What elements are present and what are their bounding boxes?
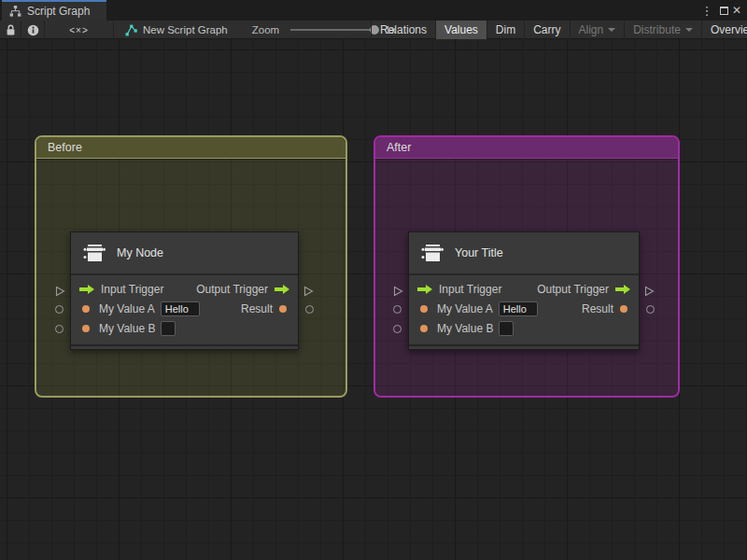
ghost-value-a-port[interactable] bbox=[393, 305, 402, 314]
port-row-value-b: My Value B bbox=[409, 318, 639, 338]
lock-button[interactable] bbox=[0, 21, 21, 39]
ghost-input-trigger-port[interactable] bbox=[55, 284, 65, 301]
group-title: After bbox=[387, 141, 411, 154]
graph-toolbar: <×> New Script Graph Zoom 1 bbox=[0, 21, 747, 39]
node-footer bbox=[409, 344, 639, 349]
port-row-value-a: My Value A Result bbox=[409, 299, 639, 318]
maximize-icon bbox=[720, 7, 728, 15]
ghost-output-trigger-port[interactable] bbox=[644, 284, 655, 301]
maximize-button[interactable] bbox=[720, 0, 728, 21]
group-before-header[interactable]: Before bbox=[36, 137, 345, 159]
graph-hierarchy-icon bbox=[9, 6, 21, 17]
port-row-trigger: Input Trigger Output Trigger bbox=[71, 279, 298, 299]
node-body: Input Trigger Output Trigger My Value A … bbox=[409, 275, 639, 344]
ghost-result-port[interactable] bbox=[646, 305, 655, 314]
ghost-value-b-port[interactable] bbox=[393, 325, 402, 333]
node-title: My Node bbox=[117, 246, 163, 259]
group-after-header[interactable]: After bbox=[375, 137, 678, 159]
ghost-input-trigger-port[interactable] bbox=[393, 284, 403, 301]
tab-title: Script Graph bbox=[27, 5, 90, 18]
value-a-input[interactable] bbox=[499, 301, 538, 316]
unit-box-icon bbox=[82, 241, 106, 265]
value-b-input[interactable] bbox=[161, 321, 176, 336]
node-footer bbox=[71, 344, 298, 349]
group-title: Before bbox=[48, 141, 82, 154]
node-your-title[interactable]: Your Title Input Trigger Output Trigger … bbox=[408, 231, 640, 350]
value-b-port[interactable] bbox=[420, 325, 428, 332]
value-a-port[interactable] bbox=[420, 305, 428, 313]
info-icon bbox=[27, 24, 39, 36]
output-trigger-port[interactable] bbox=[615, 285, 630, 294]
toolbar-toggle-group: Relations Values Dim Carry Align Distrib… bbox=[371, 21, 747, 39]
code-icon: <×> bbox=[69, 25, 89, 35]
distribute-dropdown[interactable]: Distribute bbox=[624, 21, 701, 39]
lock-icon bbox=[6, 24, 16, 36]
info-button[interactable] bbox=[21, 21, 45, 39]
new-script-graph-label: New Script Graph bbox=[143, 24, 228, 35]
node-my-node[interactable]: My Node Input Trigger Output Trigger My … bbox=[70, 231, 299, 350]
script-graph-asset-icon bbox=[125, 24, 137, 36]
zoom-slider[interactable] bbox=[290, 29, 376, 31]
value-a-port[interactable] bbox=[82, 305, 90, 313]
carry-button[interactable]: Carry bbox=[524, 21, 569, 39]
ghost-value-a-port[interactable] bbox=[55, 305, 63, 314]
script-graph-window: Script Graph ⋮ ✕ bbox=[0, 0, 747, 560]
dim-button[interactable]: Dim bbox=[486, 21, 524, 39]
window-menu-button[interactable]: ⋮ bbox=[700, 0, 713, 21]
kebab-icon: ⋮ bbox=[701, 4, 713, 18]
chevron-down-icon bbox=[608, 28, 615, 32]
align-dropdown[interactable]: Align bbox=[570, 21, 625, 39]
node-title: Your Title bbox=[455, 246, 503, 259]
ghost-result-port[interactable] bbox=[305, 305, 314, 314]
overview-button[interactable]: Overview bbox=[701, 21, 747, 39]
output-trigger-port[interactable] bbox=[275, 285, 289, 294]
code-view-button[interactable]: <×> bbox=[45, 21, 114, 39]
unit-box-icon bbox=[420, 241, 444, 265]
node-header[interactable]: Your Title bbox=[409, 232, 639, 275]
result-port[interactable] bbox=[279, 305, 287, 313]
ghost-output-trigger-port[interactable] bbox=[303, 284, 314, 301]
input-trigger-port[interactable] bbox=[79, 285, 94, 294]
port-row-trigger: Input Trigger Output Trigger bbox=[409, 279, 639, 299]
value-b-port[interactable] bbox=[82, 325, 90, 332]
values-button[interactable]: Values bbox=[435, 21, 486, 39]
tab-bar: Script Graph ⋮ ✕ bbox=[0, 0, 747, 21]
zoom-label: Zoom bbox=[252, 24, 279, 35]
relations-button[interactable]: Relations bbox=[371, 21, 435, 39]
close-button[interactable]: ✕ bbox=[730, 0, 743, 21]
chevron-down-icon bbox=[685, 28, 693, 32]
close-icon: ✕ bbox=[732, 4, 741, 17]
value-b-input[interactable] bbox=[499, 321, 514, 336]
value-a-input[interactable] bbox=[161, 301, 200, 316]
node-header[interactable]: My Node bbox=[71, 232, 298, 275]
node-body: Input Trigger Output Trigger My Value A … bbox=[71, 275, 298, 344]
input-trigger-port[interactable] bbox=[417, 285, 432, 294]
ghost-value-b-port[interactable] bbox=[55, 325, 63, 333]
tab-script-graph[interactable]: Script Graph bbox=[2, 0, 106, 21]
new-script-graph-button[interactable]: New Script Graph bbox=[114, 21, 237, 39]
port-row-value-b: My Value B bbox=[71, 318, 298, 338]
port-row-value-a: My Value A Result bbox=[71, 299, 298, 318]
result-port[interactable] bbox=[620, 305, 627, 313]
graph-canvas[interactable]: Before After bbox=[0, 39, 747, 560]
